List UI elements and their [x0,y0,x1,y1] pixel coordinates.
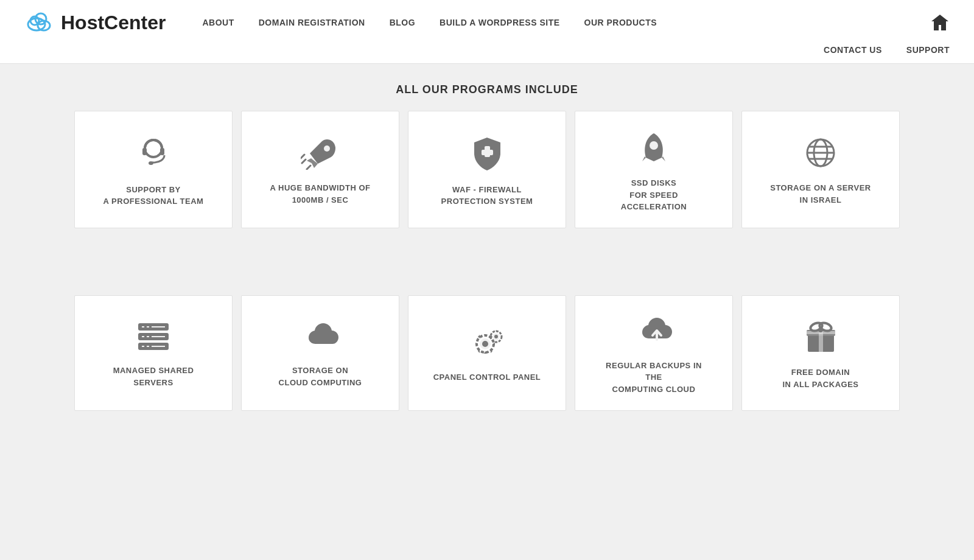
globe-icon [804,136,838,170]
feature-card-backups: REGULAR BACKUPS INTHECOMPUTING CLOUD [575,295,733,411]
free-domain-label: FREE DOMAININ ALL PACKAGES [783,366,859,390]
rocket-icon [636,130,671,165]
nav-our-products[interactable]: OUR PRODUCTS [584,18,657,27]
storage-server-label: STORAGE ON A SERVERIN ISRAEL [770,182,871,206]
header: HostCenter ABOUT DOMAIN REGISTRATION BLO… [0,0,974,64]
features-row-2: MANAGED SHAREDSERVERS STORAGE ONCLOUD CO… [0,289,974,435]
spacer [0,253,974,289]
svg-point-34 [494,335,498,338]
shield-icon [471,135,504,172]
svg-rect-10 [482,150,493,155]
feature-card-ssd: SSD DISKSFOR SPEEDACCELERATION [575,111,733,228]
features-row-1: SUPPORT BYA PROFESSIONAL TEAM A HUGE BAN… [0,111,974,253]
header-bottom: CONTACT US SUPPORT [24,40,950,63]
feature-card-support: SUPPORT BYA PROFESSIONAL TEAM [74,111,233,228]
feature-card-shared-servers: MANAGED SHAREDSERVERS [74,295,233,411]
gift-icon [804,319,838,354]
svg-point-7 [149,161,153,165]
feature-card-cloud-storage: STORAGE ONCLOUD COMPUTING [241,295,399,411]
cloud-upload-icon [634,314,674,348]
nav-support[interactable]: SUPPORT [906,45,950,55]
nav-blog[interactable]: BLOG [390,18,415,27]
fast-rocket-icon [301,136,340,170]
feature-card-waf: WAF - FIREWALLPROTECTION SYSTEM [408,111,566,228]
shared-servers-label: MANAGED SHAREDSERVERS [113,365,194,388]
nav-contact-us[interactable]: CONTACT US [824,45,882,55]
feature-card-bandwidth: A HUGE BANDWIDTH OF1000MB / SEC [241,111,399,228]
nav-domain-registration[interactable]: DOMAIN REGISTRATION [259,18,365,27]
cloud-storage-label: STORAGE ONCLOUD COMPUTING [279,365,362,388]
section-title: ALL OUR PROGRAMS INCLUDE [0,64,974,111]
features-grid-row1: SUPPORT BYA PROFESSIONAL TEAM A HUGE BAN… [12,111,962,228]
headset-icon [135,135,172,172]
feature-card-cpanel: CPANEL CONTROL PANEL [408,295,566,411]
waf-label: WAF - FIREWALLPROTECTION SYSTEM [441,184,533,208]
main-nav: ABOUT DOMAIN REGISTRATION BLOG BUILD A W… [202,13,950,32]
header-top: HostCenter ABOUT DOMAIN REGISTRATION BLO… [24,0,950,40]
ssd-label: SSD DISKSFOR SPEEDACCELERATION [621,177,687,213]
support-label: SUPPORT BYA PROFESSIONAL TEAM [103,184,204,208]
features-grid-row2: MANAGED SHAREDSERVERS STORAGE ONCLOUD CO… [12,295,962,411]
bandwidth-label: A HUGE BANDWIDTH OF1000MB / SEC [270,182,370,206]
feature-card-free-domain: FREE DOMAININ ALL PACKAGES [741,295,900,411]
servers-icon [136,321,171,352]
cpanel-label: CPANEL CONTROL PANEL [433,371,541,383]
cogs-icon [468,326,506,359]
svg-rect-5 [142,148,147,155]
logo-cloud-icon [24,11,55,34]
backups-label: REGULAR BACKUPS INTHECOMPUTING CLOUD [606,360,702,396]
home-icon[interactable] [930,13,950,32]
cloud-icon [301,321,340,352]
feature-card-storage-server: STORAGE ON A SERVERIN ISRAEL [741,111,900,228]
nav-about[interactable]: ABOUT [202,18,234,27]
svg-point-31 [482,341,488,347]
logo-text: HostCenter [61,12,166,34]
svg-point-42 [818,327,823,332]
svg-rect-6 [160,148,164,155]
nav-build-wordpress[interactable]: BUILD A WORDPRESS SITE [440,18,559,27]
logo[interactable]: HostCenter [24,11,166,34]
svg-point-11 [650,141,658,150]
svg-point-8 [324,145,330,152]
